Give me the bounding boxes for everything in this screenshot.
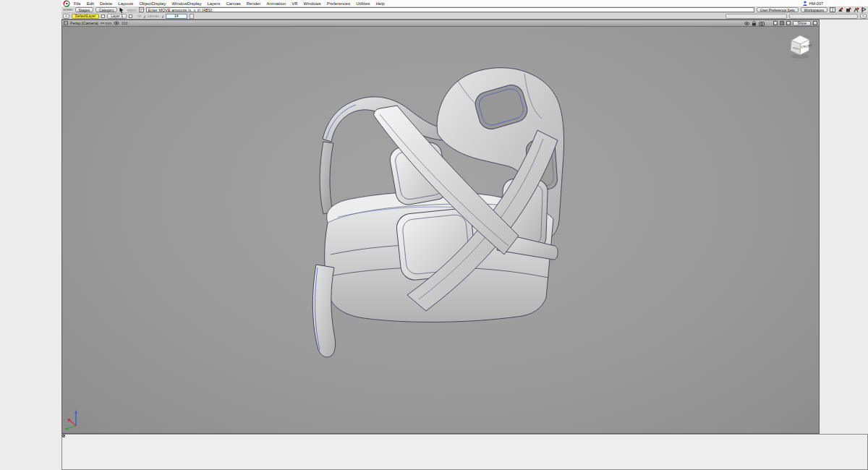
prompt-line-input[interactable]: Enter MOVE amounts (x, y, z) [ABS]: bbox=[146, 7, 754, 12]
menu-edit[interactable]: Edit bbox=[87, 1, 94, 6]
expand-icon[interactable] bbox=[786, 21, 791, 25]
action-bar: screen Stages Category object Enter MOVE… bbox=[61, 7, 868, 13]
viewport-titlebar[interactable]: Persp [Camera] == mm 100 bbox=[62, 20, 819, 27]
canvas-label: canvas bbox=[148, 14, 159, 18]
menu-delete[interactable]: Delete bbox=[100, 1, 112, 6]
menu-render[interactable]: Render bbox=[247, 1, 261, 6]
window-layout-icon[interactable] bbox=[830, 7, 835, 12]
viewport-zoom-value: 100 bbox=[122, 21, 127, 25]
menu-bar: File Edit Delete Layouts ObjectDisplay W… bbox=[61, 0, 868, 7]
menu-objectdisplay[interactable]: ObjectDisplay bbox=[139, 1, 166, 6]
menu-utilities[interactable]: Utilities bbox=[356, 1, 370, 6]
user-name: HM-007 bbox=[809, 1, 823, 6]
pointer-tool-icon[interactable] bbox=[119, 7, 124, 13]
user-icon bbox=[803, 1, 807, 6]
menu-layouts[interactable]: Layouts bbox=[118, 1, 133, 6]
layer-value-spinner[interactable] bbox=[190, 14, 194, 19]
flag-icon[interactable] bbox=[861, 7, 867, 13]
viewport-menu-icon[interactable] bbox=[64, 21, 68, 25]
promptline-icon bbox=[139, 7, 144, 12]
perspective-viewport[interactable]: RIGHT FRONT bbox=[62, 27, 819, 433]
camera-icon[interactable] bbox=[759, 21, 765, 26]
perspective-window: Persp [Camera] == mm 100 bbox=[61, 20, 820, 434]
layer-value-input[interactable]: 14 bbox=[166, 14, 187, 19]
object-label: object bbox=[127, 8, 136, 12]
tool-marker-icon-2[interactable] bbox=[846, 7, 851, 13]
show-button[interactable]: Show bbox=[793, 21, 811, 26]
divider-triangle-icon-1 bbox=[143, 14, 145, 18]
menu-layers[interactable]: Layers bbox=[207, 1, 220, 6]
panel-corner-handle[interactable] bbox=[61, 434, 65, 437]
alias-logo-icon bbox=[61, 0, 71, 7]
menu-items: File Edit Delete Layouts ObjectDisplay W… bbox=[74, 1, 385, 6]
divider-triangle-icon-2 bbox=[161, 14, 163, 18]
visibility-icon[interactable] bbox=[744, 21, 749, 26]
layer-1-button[interactable]: Layer 1 bbox=[107, 14, 127, 19]
default-layer-checkbox[interactable] bbox=[101, 14, 105, 18]
user-preference-sets-button[interactable]: User Preference Sets bbox=[757, 7, 799, 12]
category-button[interactable]: Category bbox=[95, 7, 117, 12]
viewport-units: == mm bbox=[101, 21, 112, 25]
viewport-corner-button[interactable] bbox=[813, 21, 817, 25]
user-account-badge[interactable]: HM-007 bbox=[803, 1, 823, 6]
application-window: File Edit Delete Layouts ObjectDisplay W… bbox=[0, 0, 868, 470]
screen-label: screen bbox=[63, 8, 73, 12]
workspaces-button[interactable]: Workspaces bbox=[801, 7, 827, 12]
menu-vr[interactable]: VR bbox=[292, 1, 297, 6]
bottom-panel bbox=[61, 434, 868, 470]
default-layer-button[interactable]: DefaultLayer bbox=[72, 14, 99, 19]
menu-preferences[interactable]: Preferences bbox=[327, 1, 350, 6]
3d-model bbox=[62, 27, 819, 433]
layer-prev-button[interactable]: < bbox=[63, 14, 69, 19]
symmetry-label: nil bbox=[137, 14, 141, 18]
layer-next-button[interactable]: > bbox=[860, 14, 867, 19]
tool-marker-icon-1[interactable] bbox=[838, 7, 843, 13]
maximize-icon[interactable] bbox=[780, 21, 784, 25]
menu-animation[interactable]: Animation bbox=[266, 1, 286, 6]
view-cube[interactable]: RIGHT FRONT bbox=[787, 33, 813, 60]
empty-field-2[interactable] bbox=[789, 14, 858, 19]
tool-marker-icon-3[interactable] bbox=[854, 7, 859, 13]
viewport-title: Persp [Camera] bbox=[70, 21, 98, 25]
lock-icon[interactable] bbox=[752, 21, 757, 26]
axis-triad-icon bbox=[64, 409, 82, 430]
menu-help[interactable]: Help bbox=[376, 1, 385, 6]
menu-file[interactable]: File bbox=[74, 1, 81, 6]
menu-windowdisplay[interactable]: WindowDisplay bbox=[171, 1, 201, 6]
empty-field-1[interactable] bbox=[726, 14, 787, 19]
stages-button[interactable]: Stages bbox=[75, 7, 94, 12]
menu-windows[interactable]: Windows bbox=[303, 1, 320, 6]
minimize-icon[interactable] bbox=[773, 21, 778, 25]
menu-canvas[interactable]: Canvas bbox=[226, 1, 240, 6]
layer-1-checkbox[interactable] bbox=[129, 14, 132, 18]
layer-bar: < DefaultLayer Layer 1 nil canvas 14 > bbox=[61, 13, 868, 20]
eye-icon bbox=[114, 21, 119, 25]
